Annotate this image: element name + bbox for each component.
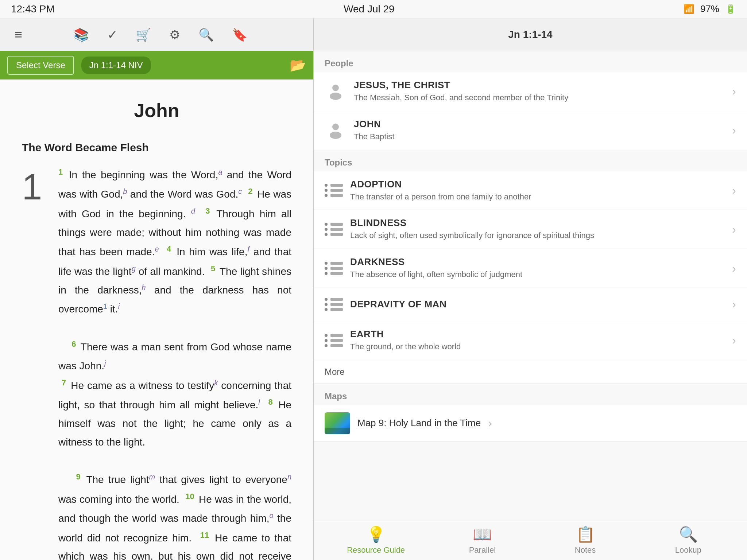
verse-num-4: 4 [167,244,171,253]
topic-blindness-text: BLINDNESS Lack of sight, often used symb… [350,217,725,241]
people-jesus-text: JESUS, THE CHRIST The Messiah, Son of Go… [354,79,725,104]
nav-resource-guide[interactable]: 💡 Resource Guide [347,525,405,555]
svg-point-7 [336,133,341,138]
battery-percent: 97% [700,3,719,15]
nav-notes[interactable]: 📋 Notes [560,525,611,555]
verse-num-9: 9 [76,472,81,481]
footnote-a: a [218,168,222,176]
nav-lookup[interactable]: 🔍 Lookup [663,525,714,555]
verse-text: 1 In the beginning was the Word,a and th… [58,165,291,560]
topic-darkness-title: DARKNESS [350,256,725,268]
footnote-i: i [118,302,120,310]
search-icon[interactable]: 🔍 [198,27,214,42]
map-thumbnail [325,412,350,434]
bottom-navigation: 💡 Resource Guide 📖 Parallel 📋 Notes 🔍 Lo… [314,520,747,560]
verse-num-5: 5 [211,264,215,273]
bookmark-icon[interactable]: 🔖 [232,27,247,42]
cross-ref-1: 1 [103,302,107,310]
footnote-k: k [214,379,218,387]
svg-point-6 [330,133,335,138]
footnote-g: g [132,265,136,273]
topic-darkness-text: DARKNESS The absence of light, often sym… [350,256,725,280]
people-john-text: JOHN The Baptist [354,118,725,143]
svg-point-2 [330,94,335,99]
resource-content: People JESUS, THE CHRIST The Messiah, So… [314,51,747,520]
svg-point-0 [332,85,339,91]
verse-num-8: 8 [268,397,273,407]
chevron-icon: › [732,262,736,275]
select-verse-button[interactable]: Select Verse [7,56,74,75]
topic-item-darkness[interactable]: DARKNESS The absence of light, often sym… [314,249,747,288]
more-link[interactable]: More [314,360,747,384]
folder-icon[interactable]: 📂 [290,58,306,73]
map-item[interactable]: Map 9: Holy Land in the Time › [314,405,747,442]
verse-num-2: 2 [248,187,252,196]
topic-icon-blindness [325,220,343,238]
topic-adoption-subtitle: The transfer of a person from one family… [350,191,725,203]
topic-earth-subtitle: The ground, or the whole world [350,341,725,353]
people-john-subtitle: The Baptist [354,131,725,143]
footnote-f: f [247,245,249,253]
nav-parallel[interactable]: 📖 Parallel [457,525,508,555]
people-john-title: JOHN [354,118,725,130]
verse-reference-badge[interactable]: Jn 1:1-14 NIV [81,57,151,74]
checkmark-icon[interactable]: ✓ [107,27,117,42]
lookup-label: Lookup [675,545,701,555]
people-item-jesus[interactable]: JESUS, THE CHRIST The Messiah, Son of Go… [314,72,747,111]
person-icon-jesus [325,81,347,102]
footnote-d: d [191,207,195,215]
topic-depravity-text: DEPRAVITY OF MAN [350,299,725,310]
lookup-icon: 🔍 [679,525,698,543]
bible-text-area: John The Word Became Flesh 1 1 In the be… [0,79,313,560]
people-jesus-subtitle: The Messiah, Son of God, and second memb… [354,92,725,104]
topic-adoption-text: ADOPTION The transfer of a person from o… [350,179,725,203]
resource-header-title: Jn 1:1-14 [508,29,552,40]
topics-section-label: Topics [314,150,747,171]
verse-selector-bar: Select Verse Jn 1:1-14 NIV 📂 [0,51,313,79]
verse-num-6: 6 [71,339,76,349]
topic-darkness-subtitle: The absence of light, often symbolic of … [350,269,725,280]
battery-icon: 🔋 [725,4,736,14]
maps-section-label: Maps [314,384,747,405]
footnote-b: b [123,187,127,195]
reader-panel: ≡ 📚 ✓ 🛒 ⚙ 🔍 🔖 Select Verse Jn 1:1-14 NIV… [0,18,314,560]
people-item-john[interactable]: JOHN The Baptist › [314,111,747,150]
verse-num-10: 10 [185,492,194,501]
topic-item-depravity[interactable]: DEPRAVITY OF MAN › [314,288,747,321]
chapter-block: 1 1 In the beginning was the Word,a and … [22,165,291,560]
app-container: ≡ 📚 ✓ 🛒 ⚙ 🔍 🔖 Select Verse Jn 1:1-14 NIV… [0,18,747,560]
status-time: 12:43 PM [11,3,55,15]
topic-item-blindness[interactable]: BLINDNESS Lack of sight, often used symb… [314,210,747,249]
chevron-icon: › [732,334,736,347]
footnote-j: j [104,359,106,367]
topic-adoption-title: ADOPTION [350,179,725,190]
topic-icon-depravity [325,295,343,314]
chevron-icon: › [488,416,492,430]
footnote-m: m [149,473,155,481]
footnote-n: n [287,473,291,481]
wifi-icon: 📶 [684,4,694,14]
resource-guide-icon: 💡 [367,525,386,543]
topic-icon-adoption [325,181,343,199]
notes-label: Notes [575,545,596,555]
topic-item-adoption[interactable]: ADOPTION The transfer of a person from o… [314,171,747,210]
svg-point-4 [332,124,339,130]
cart-icon[interactable]: 🛒 [136,27,151,42]
footnote-o: o [270,512,274,520]
status-bar: 12:43 PM Wed Jul 29 📶 97% 🔋 [0,0,747,18]
topic-icon-darkness [325,259,343,277]
footnote-l: l [258,398,260,406]
chevron-icon: › [732,223,736,236]
topic-earth-title: EARTH [350,328,725,340]
status-date: Wed Jul 29 [344,3,395,15]
topic-earth-text: EARTH The ground, or the whole world [350,328,725,353]
footnote-c: c [238,187,242,195]
resource-panel: Jn 1:1-14 People JESUS, THE CHRIST [314,18,747,560]
chapter-number: 1 [22,165,51,560]
settings-icon[interactable]: ⚙ [169,27,180,42]
notes-icon: 📋 [576,525,595,543]
topic-item-earth[interactable]: EARTH The ground, or the whole world › [314,321,747,360]
menu-icon[interactable]: ≡ [15,27,22,42]
library-icon[interactable]: 📚 [74,27,89,42]
chevron-icon: › [732,298,736,311]
